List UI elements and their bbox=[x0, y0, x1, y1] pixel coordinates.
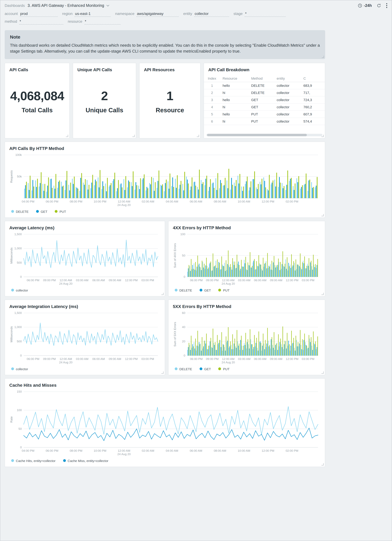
resize-handle[interactable] bbox=[321, 135, 324, 137]
table-row[interactable]: 2hiDELETEcollector717, bbox=[204, 89, 325, 96]
legend-item[interactable]: GET bbox=[36, 209, 47, 213]
svg-text:Milliseconds: Milliseconds bbox=[10, 326, 13, 342]
legend-item[interactable]: PUT bbox=[55, 209, 66, 213]
svg-text:12:00 AM: 12:00 AM bbox=[118, 200, 130, 203]
filter-resource[interactable]: resource* bbox=[68, 19, 121, 25]
filter-method[interactable]: method* bbox=[5, 19, 63, 25]
svg-text:08:00 PM: 08:00 PM bbox=[70, 200, 82, 203]
legend-item[interactable]: GET bbox=[200, 367, 211, 371]
legend-item[interactable]: collector bbox=[11, 288, 28, 292]
filter-entity[interactable]: entitycollector bbox=[183, 11, 229, 17]
filter-value[interactable]: collector bbox=[194, 11, 229, 17]
legend-label: DELETE bbox=[179, 367, 192, 371]
panel-api-calls: API Calls 4,068,084 Total Calls bbox=[5, 63, 70, 138]
svg-text:03:00 AM: 03:00 AM bbox=[238, 357, 250, 360]
resize-handle[interactable] bbox=[321, 293, 324, 295]
panel-5xx-errors: 5XX Errors By HTTP Method 604020006:00 P… bbox=[168, 299, 325, 375]
resize-handle[interactable] bbox=[66, 135, 68, 137]
svg-text:0: 0 bbox=[20, 275, 22, 278]
chart-canvas[interactable]: 1,5001,000500006:00 PM09:00 PM12:00 AM24… bbox=[9, 310, 160, 365]
legend-item[interactable]: collector bbox=[11, 367, 28, 371]
chart-svg[interactable]: 604020006:00 PM09:00 PM12:00 AM24 Aug 20… bbox=[173, 310, 321, 365]
chart-svg[interactable]: 1,5001,000500006:00 PM09:00 PM12:00 AM24… bbox=[9, 232, 160, 287]
filter-value[interactable]: * bbox=[84, 19, 121, 25]
table-cell: 6 bbox=[204, 118, 220, 125]
table-row[interactable]: 1helloDELETEcollector683,9 bbox=[204, 82, 325, 89]
table-row[interactable]: 6hiPUTcollector574,4 bbox=[204, 118, 325, 125]
filter-account[interactable]: accountprod bbox=[5, 11, 58, 17]
column-header[interactable]: Method bbox=[249, 75, 274, 82]
chart-legend: collector bbox=[9, 365, 160, 372]
svg-text:10:00 PM: 10:00 PM bbox=[94, 200, 106, 203]
legend-item[interactable]: DELETE bbox=[11, 209, 29, 213]
table-row[interactable]: 4hiGETcollector760,2 bbox=[204, 103, 325, 110]
resize-handle[interactable] bbox=[161, 293, 163, 295]
column-header[interactable]: C bbox=[301, 75, 325, 82]
legend-item[interactable]: DELETE bbox=[175, 288, 192, 292]
chart-legend: Cache Hits, entity=collectorCache Miss, … bbox=[9, 457, 321, 464]
table-cell: 760,2 bbox=[301, 103, 325, 110]
resize-handle[interactable] bbox=[197, 135, 199, 137]
legend-dot-icon bbox=[200, 367, 202, 370]
panel-average-latency: Average Latency (ms) 1,5001,000500006:00… bbox=[5, 221, 165, 296]
filter-region[interactable]: regionus-east-1 bbox=[62, 11, 111, 17]
breadcrumb[interactable]: Dashboards bbox=[5, 3, 25, 8]
resize-handle[interactable] bbox=[322, 56, 324, 58]
chart-canvas[interactable]: 10050006:00 PM09:00 PM12:00 AM24 Aug 200… bbox=[173, 232, 321, 287]
filter-stage[interactable]: stage* bbox=[234, 11, 286, 17]
svg-text:03:00 PM: 03:00 PM bbox=[142, 278, 154, 282]
column-header[interactable]: entity bbox=[274, 75, 301, 82]
legend-item[interactable]: DELETE bbox=[175, 367, 192, 371]
chart-svg[interactable]: 1,5001,000500006:00 PM09:00 PM12:00 AM24… bbox=[9, 310, 160, 365]
kebab-menu-icon[interactable] bbox=[386, 3, 387, 8]
filter-value[interactable]: aws/apigateway bbox=[137, 11, 179, 17]
legend-item[interactable]: GET bbox=[200, 288, 211, 292]
legend-item[interactable]: PUT bbox=[218, 367, 229, 371]
chart-canvas[interactable]: 100k50k04:00 PM06:00 PM08:00 PM10:00 PM1… bbox=[9, 152, 321, 208]
legend-item[interactable]: Cache Miss, entity=collector bbox=[63, 459, 108, 463]
chart-svg[interactable]: 15010050004:00 PM06:00 PM08:00 PM10:00 P… bbox=[9, 389, 321, 457]
refresh-icon[interactable] bbox=[377, 3, 381, 8]
table-cell: collector bbox=[274, 89, 301, 96]
filter-value[interactable]: prod bbox=[20, 11, 58, 17]
svg-text:24 Aug 20: 24 Aug 20 bbox=[117, 452, 131, 456]
filter-namespace[interactable]: namespaceaws/apigateway bbox=[115, 11, 179, 17]
chevron-down-icon[interactable] bbox=[106, 5, 109, 6]
filter-value[interactable]: * bbox=[19, 19, 63, 25]
svg-text:12:00 PM: 12:00 PM bbox=[262, 449, 274, 452]
legend-item[interactable]: PUT bbox=[218, 288, 229, 292]
legend-dot-icon bbox=[63, 459, 66, 462]
svg-text:02:00 AM: 02:00 AM bbox=[142, 449, 154, 452]
resize-handle[interactable] bbox=[161, 371, 163, 374]
chart-svg[interactable]: 10050006:00 PM09:00 PM12:00 AM24 Aug 200… bbox=[173, 232, 321, 287]
chart-svg[interactable]: 100k50k04:00 PM06:00 PM08:00 PM10:00 PM1… bbox=[9, 152, 321, 208]
column-header[interactable]: Index bbox=[204, 75, 220, 82]
filter-value[interactable]: us-east-1 bbox=[75, 11, 111, 17]
resize-handle[interactable] bbox=[321, 463, 324, 465]
chart-canvas[interactable]: 1,5001,000500006:00 PM09:00 PM12:00 AM24… bbox=[9, 232, 160, 287]
resize-handle[interactable] bbox=[132, 135, 135, 137]
svg-text:12:00 PM: 12:00 PM bbox=[286, 357, 298, 360]
svg-text:24 Aug 20: 24 Aug 20 bbox=[59, 282, 72, 285]
table-scrollbar-thumb[interactable] bbox=[207, 134, 307, 136]
chart-canvas[interactable]: 15010050004:00 PM06:00 PM08:00 PM10:00 P… bbox=[9, 389, 321, 457]
dashboard-title[interactable]: 3. AWS API Gateway - Enhanced Monitoring bbox=[27, 3, 104, 8]
resize-handle[interactable] bbox=[321, 371, 324, 374]
column-header[interactable]: Resource bbox=[220, 75, 249, 82]
time-range-picker[interactable]: -24h bbox=[358, 3, 372, 8]
legend-item[interactable]: Cache Hits, entity=collector bbox=[11, 459, 56, 463]
svg-text:12:00 PM: 12:00 PM bbox=[286, 278, 298, 282]
svg-text:03:00 AM: 03:00 AM bbox=[76, 278, 88, 282]
svg-text:06:00 AM: 06:00 AM bbox=[92, 357, 105, 360]
panel-api-call-breakdown: API Call Breakdown IndexResourceMethoden… bbox=[204, 63, 325, 138]
table-cell: PUT bbox=[249, 118, 274, 125]
table-row[interactable]: 3helloGETcollector724,3 bbox=[204, 96, 325, 103]
table-cell: collector bbox=[274, 103, 301, 110]
filter-value[interactable]: * bbox=[245, 11, 286, 17]
table-row[interactable]: 5helloPUTcollector607,9 bbox=[204, 110, 325, 118]
chart-canvas[interactable]: 604020006:00 PM09:00 PM12:00 AM24 Aug 20… bbox=[173, 310, 321, 365]
table-cell: 724,3 bbox=[301, 96, 325, 103]
resize-handle[interactable] bbox=[321, 214, 324, 216]
svg-text:06:00 PM: 06:00 PM bbox=[27, 278, 39, 282]
table-scrollbar-track[interactable] bbox=[206, 134, 322, 136]
